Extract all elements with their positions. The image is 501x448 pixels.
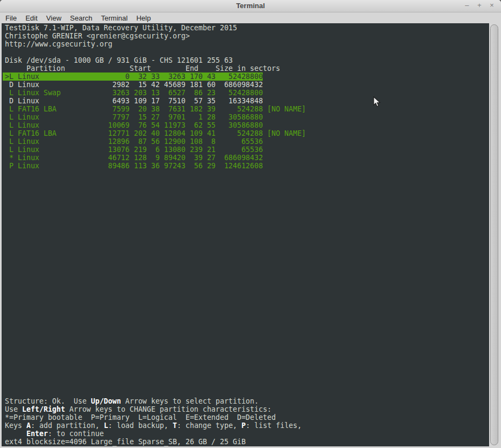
terminal-line — [5, 194, 489, 202]
terminal-line: D Linux 2982 15 42 45689 181 60 68609843… — [5, 81, 489, 89]
terminal-line: D Linux 6493 109 17 7510 57 35 16334848 — [5, 97, 489, 105]
terminal-line — [5, 267, 489, 275]
terminal-line — [5, 284, 489, 292]
maximize-button[interactable]: + — [476, 1, 483, 10]
terminal-line: L Linux 13076 219 6 13080 239 21 65536 — [5, 146, 489, 154]
terminal-line — [5, 324, 489, 332]
terminal-line: Keys A: add partition, L: load backup, T… — [5, 421, 489, 430]
terminal-line: Structure: Ok. Use Up/Down Arrow keys to… — [5, 397, 489, 405]
terminal-line: L Linux Swap 3263 203 13 6527 86 23 5242… — [5, 89, 489, 97]
terminal-line: *=Primary bootable P=Primary L=Logical E… — [5, 413, 489, 421]
terminal-screen[interactable]: TestDisk 7.1-WIP, Data Recovery Utility,… — [2, 23, 489, 446]
scrollbar-thumb[interactable] — [490, 24, 498, 445]
terminal-line: L Linux 7797 15 27 9701 1 28 30586880 — [5, 113, 489, 121]
terminal-line: Christophe GRENIER <grenier@cgsecurity.o… — [5, 32, 489, 40]
menubar: File Edit View Search Terminal Help — [0, 12, 501, 23]
terminal-line — [5, 292, 489, 300]
terminal-line — [5, 332, 489, 340]
terminal-line — [5, 300, 489, 308]
terminal-line — [5, 219, 489, 227]
terminal-line: L FAT16 LBA 12771 202 40 12804 109 41 52… — [5, 129, 489, 137]
menu-help[interactable]: Help — [132, 13, 155, 23]
terminal-line — [5, 178, 489, 186]
terminal-line — [5, 202, 489, 210]
terminal-line — [5, 210, 489, 219]
terminal-line: Enter: to continue — [5, 430, 489, 438]
terminal-line — [5, 373, 489, 381]
terminal-line — [5, 227, 489, 235]
terminal-line: Disk /dev/sda - 1000 GB / 931 GiB - CHS … — [5, 56, 489, 64]
terminal-line — [5, 275, 489, 284]
terminal-line — [5, 381, 489, 389]
terminal-window: Terminal – + × File Edit View Search Ter… — [0, 0, 501, 448]
close-button[interactable]: × — [488, 1, 496, 10]
terminal-line: Use Left/Right Arrow keys to CHANGE part… — [5, 405, 489, 413]
terminal-text: TestDisk 7.1-WIP, Data Recovery Utility,… — [2, 23, 489, 446]
terminal-line — [5, 170, 489, 178]
menu-view[interactable]: View — [42, 13, 66, 23]
terminal-line: http://www.cgsecurity.org — [5, 40, 489, 48]
terminal-line — [5, 365, 489, 373]
terminal-line — [5, 316, 489, 324]
terminal-line: L FAT16 LBA 7599 20 38 7631 182 39 52428… — [5, 105, 489, 113]
terminal-line: L Linux 10069 76 54 11973 62 55 30586880 — [5, 121, 489, 129]
menu-search[interactable]: Search — [66, 13, 96, 23]
window-title: Terminal — [0, 2, 501, 10]
menu-edit[interactable]: Edit — [21, 13, 42, 23]
window-controls: – + × — [463, 1, 496, 10]
minimize-button[interactable]: – — [463, 1, 471, 10]
terminal-line: TestDisk 7.1-WIP, Data Recovery Utility,… — [5, 24, 489, 32]
menu-terminal[interactable]: Terminal — [97, 13, 132, 23]
menu-file[interactable]: File — [1, 13, 21, 23]
terminal-line — [5, 48, 489, 56]
terminal-line — [5, 259, 489, 267]
terminal-line — [5, 186, 489, 194]
terminal-line — [5, 389, 489, 397]
terminal-line: Partition Start End Size in sectors — [5, 64, 489, 73]
terminal-line — [5, 340, 489, 348]
terminal-line — [5, 243, 489, 251]
terminal-line — [5, 308, 489, 316]
terminal-line: >L Linux 0 32 33 3263 170 43 52428800 — [5, 73, 489, 81]
terminal-line — [5, 251, 489, 259]
terminal-line: ext4 blocksize=4096 Large_file Sparse_SB… — [5, 438, 489, 446]
scrollbar-trough[interactable] — [489, 23, 500, 446]
terminal-line — [5, 235, 489, 243]
terminal-line: L Linux 12896 87 56 12900 108 8 65536 — [5, 137, 489, 146]
terminal-line — [5, 348, 489, 357]
terminal-line — [5, 357, 489, 365]
terminal-line: P Linux 89486 113 36 97243 56 29 1246126… — [5, 162, 489, 170]
titlebar[interactable]: Terminal – + × — [0, 0, 501, 12]
terminal-line: * Linux 46712 128 9 89420 39 27 68609843… — [5, 154, 489, 162]
